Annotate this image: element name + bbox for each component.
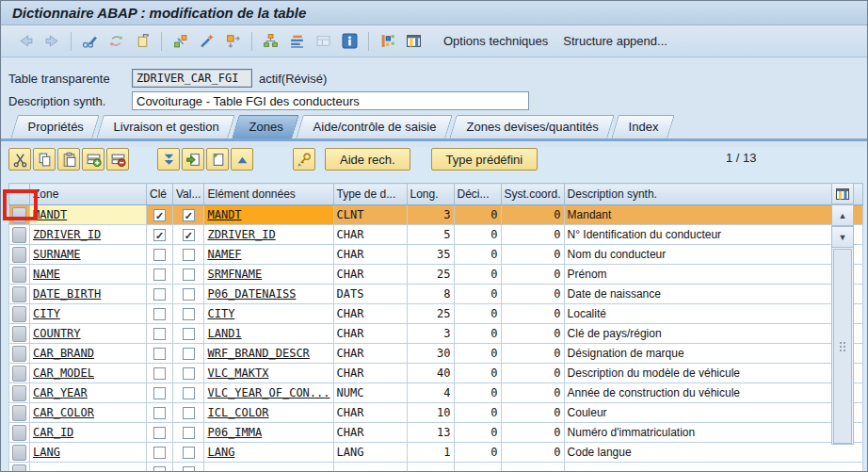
scroll-top-icon[interactable] xyxy=(231,148,253,171)
decimals-cell[interactable]: 0 xyxy=(454,344,501,364)
key-icon[interactable] xyxy=(293,148,315,171)
move-icon[interactable] xyxy=(221,30,244,53)
checkbox-checked[interactable]: ✓ xyxy=(153,209,166,221)
checkbox-checked[interactable]: ✓ xyxy=(183,209,195,221)
data-element-link[interactable]: VLC_MAKTX xyxy=(207,366,268,380)
zone-link[interactable]: CAR_ID xyxy=(33,426,73,439)
tab-aide-contr-le-de-saisie[interactable]: Aide/contrôle de saisie xyxy=(297,115,453,138)
scroll-down-icon[interactable]: ▼ xyxy=(831,226,854,248)
checkbox-unchecked[interactable] xyxy=(183,427,195,439)
zone-link[interactable]: CITY xyxy=(33,307,60,320)
checkbox-unchecked[interactable] xyxy=(183,407,195,419)
decimals-cell[interactable]: 0 xyxy=(454,443,501,463)
checkbox-unchecked[interactable] xyxy=(153,407,166,419)
options-techniques-button[interactable]: Options techniques xyxy=(443,34,548,48)
checkbox-unchecked[interactable] xyxy=(183,348,195,360)
data-type-cell[interactable]: NUMC xyxy=(333,383,407,403)
zone-link[interactable]: CAR_YEAR xyxy=(33,386,88,399)
data-element-link[interactable]: ICL_COLOR xyxy=(207,406,268,419)
decimals-cell[interactable]: 0 xyxy=(454,304,501,324)
decimals-cell[interactable]: 0 xyxy=(454,205,501,225)
length-cell[interactable]: 10 xyxy=(407,403,454,423)
row-selector-button[interactable] xyxy=(12,425,26,441)
data-element-link[interactable]: NAMEF xyxy=(207,248,241,261)
data-element-link[interactable]: MANDT xyxy=(207,208,241,221)
insert-row-icon[interactable] xyxy=(82,148,104,171)
data-element-cell[interactable] xyxy=(204,463,333,472)
sort-list-icon[interactable] xyxy=(285,30,308,53)
column-header-type-de-d-[interactable]: Type de d... xyxy=(333,184,407,205)
decimals-cell[interactable]: 0 xyxy=(454,285,501,304)
checkbox-unchecked[interactable] xyxy=(153,367,166,380)
tab-index[interactable]: Index xyxy=(612,115,675,138)
data-type-cell[interactable] xyxy=(333,463,407,472)
data-element-link[interactable]: LAND1 xyxy=(207,327,241,340)
row-selector-button[interactable] xyxy=(12,326,26,342)
data-element-link[interactable]: ZDRIVER_ID xyxy=(207,228,275,241)
checkbox-checked[interactable]: ✓ xyxy=(183,229,195,241)
data-element-link[interactable]: SRMFNAME xyxy=(207,268,262,281)
length-cell[interactable]: 8 xyxy=(407,285,454,304)
row-selector-button[interactable] xyxy=(12,306,26,322)
data-type-cell[interactable]: CHAR xyxy=(333,245,407,265)
length-cell[interactable]: 30 xyxy=(407,344,454,364)
zone-link[interactable]: CAR_BRAND xyxy=(33,347,94,360)
data-type-cell[interactable]: CHAR xyxy=(333,344,407,364)
data-element-link[interactable]: P06_DATENAISS xyxy=(207,287,296,301)
decimals-cell[interactable] xyxy=(454,463,501,472)
detail-icon[interactable] xyxy=(312,30,334,53)
zone-cell[interactable] xyxy=(30,463,147,472)
zone-link[interactable]: DATE_BIRTH xyxy=(33,287,101,301)
data-type-cell[interactable]: CHAR xyxy=(333,225,407,245)
length-cell[interactable] xyxy=(407,463,454,472)
tab-zones-devises-quantit-s[interactable]: Zones devises/quantités xyxy=(449,115,615,138)
checkbox-unchecked[interactable] xyxy=(153,348,166,360)
tab-zones[interactable]: Zones xyxy=(232,115,299,138)
row-selector-button[interactable] xyxy=(12,385,26,401)
checkbox-unchecked[interactable] xyxy=(183,367,195,380)
checkbox-unchecked[interactable] xyxy=(183,269,195,281)
decimals-cell[interactable]: 0 xyxy=(454,225,501,245)
copy-rows-icon[interactable] xyxy=(33,148,56,171)
where-used-icon[interactable] xyxy=(169,30,191,53)
checkbox-unchecked[interactable] xyxy=(153,466,166,472)
predefined-type-button[interactable]: Type prédéfini xyxy=(431,148,538,171)
checkbox-unchecked[interactable] xyxy=(183,308,195,320)
row-selector-button[interactable] xyxy=(12,405,26,421)
length-cell[interactable]: 3 xyxy=(407,205,454,225)
display-change-icon[interactable] xyxy=(78,30,101,53)
back-icon[interactable] xyxy=(14,30,37,53)
column-header-syst-coord-[interactable]: Syst.coord. xyxy=(501,184,564,205)
row-selector-button[interactable] xyxy=(12,227,26,243)
row-selector-button[interactable] xyxy=(12,346,26,362)
zone-link[interactable]: CAR_MODEL xyxy=(33,366,94,380)
checkbox-unchecked[interactable] xyxy=(153,249,166,261)
scrollbar-thumb[interactable] xyxy=(833,249,852,444)
scroll-up-icon[interactable]: ▲ xyxy=(831,204,854,226)
column-header-long-[interactable]: Long. xyxy=(407,184,454,205)
data-element-link[interactable]: CITY xyxy=(207,307,234,320)
length-cell[interactable]: 25 xyxy=(407,265,454,285)
checkbox-unchecked[interactable] xyxy=(183,387,195,399)
checkbox-unchecked[interactable] xyxy=(153,328,166,340)
length-cell[interactable]: 5 xyxy=(407,225,454,245)
zone-link[interactable]: NAME xyxy=(33,268,60,281)
zone-link[interactable]: MANDT xyxy=(33,208,67,221)
insert-entry-icon[interactable] xyxy=(182,148,204,171)
checkbox-checked[interactable]: ✓ xyxy=(153,229,166,241)
data-element-link[interactable]: P06_IMMA xyxy=(207,426,262,439)
column-header-val-[interactable]: Val... xyxy=(173,184,204,205)
new-entry-icon[interactable] xyxy=(206,148,229,171)
delete-row-icon[interactable] xyxy=(106,148,129,171)
zone-link[interactable]: ZDRIVER_ID xyxy=(33,228,101,241)
decimals-cell[interactable]: 0 xyxy=(454,245,501,265)
data-element-link[interactable]: WRF_BRAND_DESCR xyxy=(207,347,309,360)
row-selector-button[interactable] xyxy=(12,286,26,302)
data-element-link[interactable]: VLC_YEAR_OF_CON... xyxy=(207,386,330,399)
decimals-cell[interactable]: 0 xyxy=(454,265,501,285)
checkbox-unchecked[interactable] xyxy=(183,328,195,340)
decimals-cell[interactable]: 0 xyxy=(454,403,501,423)
row-selector-button[interactable] xyxy=(12,267,26,283)
column-header-cl-[interactable]: Clé xyxy=(147,184,173,205)
length-cell[interactable]: 4 xyxy=(407,383,454,403)
